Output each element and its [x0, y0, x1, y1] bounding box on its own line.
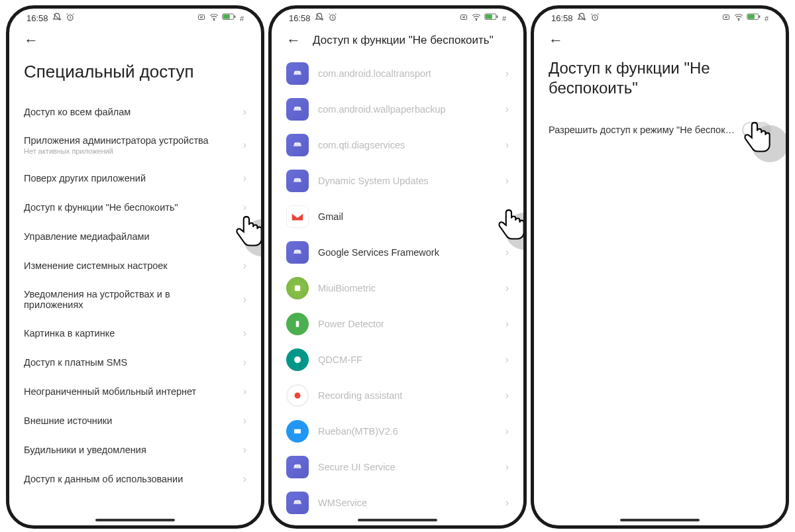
- svg-rect-26: [294, 429, 301, 434]
- x-box-icon: [721, 13, 731, 23]
- settings-row[interactable]: Уведомления на устройствах и в приложени…: [24, 280, 246, 319]
- status-time: 16:58: [551, 13, 573, 23]
- settings-row[interactable]: Неограниченный мобильный интернет›: [24, 377, 246, 406]
- app-name: com.android.localtransport: [318, 68, 496, 79]
- hash-icon: #: [502, 15, 506, 23]
- chevron-right-icon: ›: [505, 497, 509, 509]
- svg-rect-37: [748, 15, 755, 19]
- app-row[interactable]: QDCM-FF›: [286, 342, 509, 378]
- app-name: Rueban(MTB)V2.6: [318, 426, 496, 437]
- app-row[interactable]: MiuiBiometric›: [286, 270, 509, 306]
- chevron-right-icon: ›: [505, 246, 509, 258]
- header-title: Доступ к функции "Не беспокоить": [313, 34, 494, 47]
- chevron-right-icon: ›: [505, 425, 509, 437]
- chevron-right-icon: ›: [505, 68, 509, 80]
- app-row[interactable]: com.qti.diagservices›: [286, 127, 509, 163]
- settings-row[interactable]: Внешние источники›: [24, 406, 246, 435]
- row-label: Уведомления на устройствах и в приложени…: [24, 289, 224, 310]
- bell-off-icon: [315, 13, 324, 24]
- row-label: Внешние источники: [24, 415, 112, 426]
- chevron-right-icon: ›: [505, 139, 509, 151]
- row-label: Неограниченный мобильный интернет: [24, 386, 196, 397]
- app-name: WMService: [318, 498, 496, 508]
- app-name: Recording assistant: [318, 390, 496, 401]
- settings-row[interactable]: Изменение системных настроек›: [24, 251, 246, 280]
- gmail-icon: [286, 205, 309, 228]
- chevron-right-icon: ›: [505, 318, 509, 330]
- back-button[interactable]: ←: [549, 32, 563, 49]
- row-label: Поверх других приложений: [24, 173, 146, 184]
- row-sublabel: Нет активных приложений: [24, 147, 209, 155]
- chevron-right-icon: ›: [243, 356, 246, 368]
- app-row[interactable]: WMService›: [286, 485, 509, 521]
- android-icon: [286, 170, 309, 192]
- wifi-icon: [209, 13, 219, 24]
- app-row[interactable]: Gmail›: [286, 199, 509, 235]
- svg-point-8: [476, 20, 476, 21]
- svg-rect-23: [296, 321, 299, 327]
- toggle-switch[interactable]: [742, 122, 771, 138]
- settings-row[interactable]: Доступ к функции "Не беспокоить"›: [24, 193, 246, 222]
- settings-row[interactable]: Приложения администратора устройстваНет …: [24, 127, 246, 164]
- app-row[interactable]: com.android.wallpaperbackup›: [286, 91, 509, 127]
- app-name: Power Detector: [318, 319, 496, 329]
- row-label: Картинка в картинке: [24, 328, 115, 339]
- svg-point-2: [213, 20, 214, 21]
- android-icon: [286, 98, 309, 121]
- alarm-icon: [590, 13, 600, 24]
- status-bar: 16:58 #: [272, 9, 523, 25]
- svg-rect-11: [496, 15, 498, 17]
- settings-row[interactable]: Доступ к платным SMS›: [24, 348, 246, 377]
- android-icon: [286, 241, 309, 264]
- chevron-right-icon: ›: [243, 415, 246, 427]
- app-row[interactable]: com.android.localtransport›: [286, 56, 509, 91]
- toggle-row[interactable]: Разрешить доступ к режиму "Не беспок…: [549, 110, 771, 150]
- hash-icon: #: [765, 15, 768, 23]
- settings-row[interactable]: Доступ ко всем файлам›: [24, 97, 246, 127]
- settings-row[interactable]: Картинка в картинке›: [24, 319, 246, 348]
- app-row[interactable]: Google Services Framework›: [286, 235, 509, 270]
- svg-point-35: [738, 20, 739, 21]
- android-icon: [286, 62, 309, 85]
- chevron-right-icon: ›: [243, 260, 246, 272]
- wifi-icon: [472, 13, 481, 24]
- chevron-right-icon: ›: [505, 354, 509, 366]
- app-name: Dynamic System Updates: [318, 176, 496, 186]
- app-row[interactable]: Recording assistant›: [286, 378, 509, 413]
- nav-bar: [358, 519, 437, 521]
- settings-row[interactable]: Будильники и уведомления›: [24, 435, 246, 464]
- settings-row[interactable]: Управление медиафайлами›: [24, 222, 246, 251]
- back-button[interactable]: ←: [24, 32, 38, 49]
- chevron-right-icon: ›: [505, 390, 509, 401]
- app-row[interactable]: Dynamic System Updates›: [286, 163, 509, 199]
- row-label: Доступ к функции "Не беспокоить": [24, 202, 178, 213]
- status-time: 16:58: [289, 13, 311, 23]
- chevron-right-icon: ›: [505, 282, 509, 294]
- battery-icon: [222, 13, 237, 23]
- settings-row[interactable]: Поверх других приложений›: [24, 164, 246, 193]
- wifi-icon: [734, 13, 743, 24]
- app-row[interactable]: Rueban(MTB)V2.6›: [286, 413, 509, 449]
- bell-off-icon: [52, 13, 62, 24]
- chevron-right-icon: ›: [243, 172, 246, 184]
- toggle-label: Разрешить доступ к режиму "Не беспок…: [549, 125, 735, 135]
- chevron-right-icon: ›: [505, 211, 509, 223]
- app-name: Google Services Framework: [318, 247, 496, 258]
- svg-rect-4: [223, 15, 230, 19]
- back-button[interactable]: ←: [286, 32, 301, 49]
- row-label: Доступ к данным об использовании: [24, 474, 183, 484]
- android-icon: [286, 134, 309, 156]
- rec-icon: [286, 384, 309, 407]
- chevron-right-icon: ›: [243, 444, 246, 456]
- svg-rect-5: [234, 15, 235, 17]
- page-title: Доступ к функции "Не беспокоить": [549, 53, 771, 110]
- bell-off-icon: [577, 13, 586, 24]
- app-name: Gmail: [318, 211, 496, 222]
- hash-icon: #: [240, 15, 244, 23]
- settings-row[interactable]: Доступ к данным об использовании›: [24, 464, 246, 494]
- row-label: Доступ к платным SMS: [24, 357, 127, 368]
- app-row[interactable]: Power Detector›: [286, 306, 509, 342]
- app-row[interactable]: Secure UI Service›: [286, 449, 509, 485]
- nav-bar: [95, 519, 175, 521]
- alarm-icon: [328, 13, 337, 24]
